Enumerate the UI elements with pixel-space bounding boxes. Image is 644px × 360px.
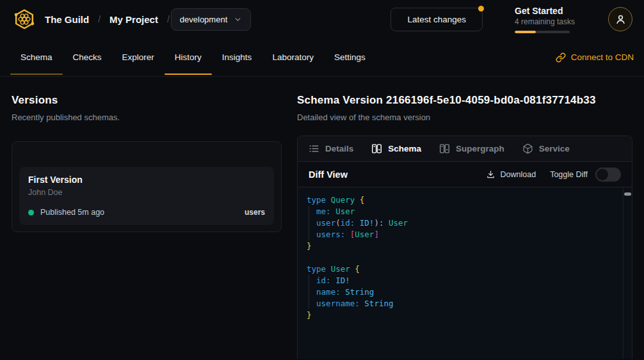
nav-tab-settings[interactable]: Settings <box>324 38 376 76</box>
get-started-subtitle: 4 remaining tasks <box>515 17 575 26</box>
versions-subtitle: Recently published schemas. <box>12 113 282 122</box>
nav-tab-explorer[interactable]: Explorer <box>112 38 165 76</box>
nav-tab-label: Settings <box>334 52 366 62</box>
diff-view-header: Diff View Download Toggle Diff <box>298 162 632 187</box>
breadcrumb-separator: / <box>167 14 170 24</box>
connect-to-cdn-link[interactable]: Connect to CDN <box>556 38 634 76</box>
versions-title: Versions <box>12 94 282 107</box>
indent-guide <box>309 275 309 309</box>
tab-label: Details <box>325 144 353 153</box>
target-dropdown-value: development <box>180 15 227 24</box>
code-scrollbar[interactable] <box>623 187 632 359</box>
toggle-diff-label: Toggle Diff <box>550 170 588 179</box>
breadcrumb-separator: / <box>98 14 101 24</box>
schema-version-column: Schema Version 2166196f-5e10-4059-bd0a-0… <box>297 94 632 359</box>
breadcrumb-org[interactable]: The Guild <box>45 14 89 25</box>
top-header: The Guild / My Project / development Lat… <box>0 0 644 38</box>
nav-tab-label: History <box>175 52 202 62</box>
version-meta-row: Published 5m ago users <box>28 208 265 217</box>
schema-version-subtitle: Detailed view of the schema version <box>297 113 632 122</box>
nav-tab-insights[interactable]: Insights <box>212 38 262 76</box>
tab-label: Supergraph <box>456 144 504 153</box>
tab-details[interactable]: Details <box>300 136 362 161</box>
latest-changes-label: Latest changes <box>407 15 466 24</box>
version-author: John Doe <box>28 188 265 197</box>
nav-tab-label: Explorer <box>122 52 154 62</box>
schema-version-panel: Details Schema Supergraph <box>297 136 632 359</box>
code-block: type Query { me: User user(id: ID!): Use… <box>298 187 632 359</box>
latest-changes-button[interactable]: Latest changes <box>390 8 483 31</box>
toggle-diff-switch[interactable] <box>595 168 621 182</box>
connect-to-cdn-label: Connect to CDN <box>571 52 634 62</box>
user-avatar[interactable] <box>608 7 632 31</box>
target-dropdown[interactable]: development <box>171 8 251 31</box>
cube-icon <box>522 143 533 154</box>
version-name: First Version <box>28 175 265 185</box>
breadcrumb-project[interactable]: My Project <box>109 14 158 25</box>
person-icon <box>615 13 627 26</box>
app-window: The Guild / My Project / development Lat… <box>0 0 644 360</box>
nav-tab-label: Schema <box>20 52 52 62</box>
nav-tab-history[interactable]: History <box>165 38 212 76</box>
version-list-item[interactable]: First Version John Doe Published 5m ago … <box>19 167 274 225</box>
breadcrumb: The Guild / My Project / <box>45 14 170 25</box>
version-status: Published 5m ago <box>40 208 104 217</box>
main-content: Versions Recently published schemas. Fir… <box>0 77 644 359</box>
versions-list-card: First Version John Doe Published 5m ago … <box>12 141 282 232</box>
nav-tab-checks[interactable]: Checks <box>63 38 112 76</box>
nav-tab-schema[interactable]: Schema <box>10 38 63 76</box>
link-icon <box>556 52 566 63</box>
get-started-progressbar <box>515 31 570 33</box>
tab-label: Service <box>539 144 570 153</box>
schema-panel-tabs: Details Schema Supergraph <box>298 136 632 162</box>
get-started-widget[interactable]: Get Started 4 remaining tasks <box>515 6 575 33</box>
columns-icon <box>371 143 382 154</box>
tab-label: Schema <box>388 144 421 153</box>
chevron-down-icon <box>234 15 242 24</box>
versions-column: Versions Recently published schemas. Fir… <box>12 94 282 359</box>
nav-tab-label: Checks <box>73 52 102 62</box>
download-icon <box>486 169 495 179</box>
schema-version-title: Schema Version 2166196f-5e10-4059-bd0a-0… <box>297 94 632 107</box>
notification-dot <box>478 6 484 12</box>
nav-tab-label: Laboratory <box>272 52 314 62</box>
scrollbar-thumb[interactable] <box>624 192 631 196</box>
switch-knob <box>597 169 608 180</box>
download-label: Download <box>501 170 536 179</box>
tab-schema[interactable]: Schema <box>362 136 430 161</box>
header-actions: Latest changes Get Started 4 remaining t… <box>390 6 632 33</box>
tab-service[interactable]: Service <box>513 136 579 161</box>
hive-logo-icon[interactable] <box>12 6 37 32</box>
get-started-title: Get Started <box>515 6 575 16</box>
nav-tab-laboratory[interactable]: Laboratory <box>262 38 324 76</box>
nav-tab-label: Insights <box>222 52 252 62</box>
list-icon <box>309 143 319 154</box>
toggle-diff-control: Toggle Diff <box>550 168 621 182</box>
indent-guide <box>309 206 309 240</box>
diff-actions: Download Toggle Diff <box>486 168 621 182</box>
download-button[interactable]: Download <box>486 169 536 179</box>
version-service-badge: users <box>245 208 265 217</box>
published-status-dot <box>28 210 34 215</box>
diff-view-title: Diff View <box>309 169 348 180</box>
code-lines: type Query { me: User user(id: ID!): Use… <box>307 194 632 321</box>
progress-fill <box>515 31 536 33</box>
tab-supergraph[interactable]: Supergraph <box>430 136 513 161</box>
columns-icon <box>439 143 450 154</box>
main-nav: Schema Checks Explorer History Insights … <box>0 38 644 77</box>
